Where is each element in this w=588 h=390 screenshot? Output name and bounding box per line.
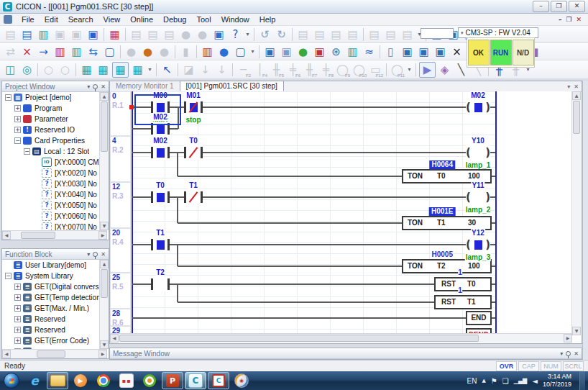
volume-icon[interactable]: ◄ — [532, 377, 538, 385]
contact-t1[interactable] — [151, 237, 170, 252]
more-online[interactable]: ▾ — [249, 45, 256, 59]
child-close-button[interactable]: ✕ — [576, 16, 582, 23]
monitor-setup-button[interactable]: ▢ — [233, 45, 248, 59]
editor-h-scrollbar[interactable]: ◀ ▶ — [110, 333, 572, 343]
tab-memory-monitor-1[interactable]: Memory Monitor 1 — [110, 81, 180, 91]
project-item[interactable]: ?[XY:0050] No Ca — [2, 200, 109, 211]
help-button[interactable]: ? — [228, 27, 243, 42]
project-item[interactable]: −▦Project [demo] — [2, 92, 109, 103]
page-delete-button[interactable]: ▣ — [416, 45, 431, 59]
coil-y11[interactable]: () — [466, 190, 490, 204]
report-button[interactable]: ▥ — [345, 45, 360, 59]
chevron-down-icon[interactable]: ▾ — [560, 350, 563, 357]
tab--001-pgm001-src-30-step-[interactable]: [001] Pgm001.SRC [30 step] — [180, 81, 284, 91]
pin-icon[interactable] — [93, 84, 98, 89]
page-insert-button[interactable]: ▣ — [400, 45, 415, 59]
print-button[interactable]: ▣ — [211, 27, 226, 42]
menu-tool[interactable]: Tool — [191, 15, 216, 24]
network-icon[interactable]: ▁▄▇ — [514, 378, 527, 384]
rst-instruction-box[interactable]: RSTT0 — [434, 277, 492, 291]
clock[interactable]: 3:14 AM 10/7/2019 — [543, 373, 574, 389]
edit-program-button[interactable]: ▥ — [36, 27, 51, 42]
taskbar-chrome-browser[interactable] — [93, 372, 114, 389]
function-item[interactable]: +≡GET(Digital conversion va — [2, 281, 109, 292]
function-item[interactable]: +≡GET(Max. / Min.) — [2, 303, 109, 314]
function-item[interactable]: +≡Reserved — [2, 325, 109, 335]
expand-toggle[interactable]: + — [14, 316, 21, 322]
plc-information-button[interactable]: ▥ — [200, 45, 215, 59]
close-icon[interactable]: ✕ — [101, 251, 106, 258]
chevron-down-icon[interactable]: ▾ — [87, 83, 90, 90]
contact-m02[interactable] — [151, 145, 170, 160]
tile-windows-button[interactable]: ▦ — [107, 27, 122, 42]
more-cards[interactable]: ▾ — [147, 63, 153, 77]
menu-edit[interactable]: Edit — [40, 15, 63, 24]
card-write-button[interactable]: ▣ — [262, 45, 277, 59]
coil-y10[interactable]: () — [466, 145, 490, 160]
plc-run-button[interactable]: RUN — [490, 40, 512, 65]
card-read-button[interactable]: ▣ — [279, 45, 294, 59]
minimize-button[interactable]: – — [533, 1, 549, 12]
project-item[interactable]: ?[XY:0060] No Ca — [2, 211, 109, 222]
expand-toggle[interactable]: + — [14, 284, 21, 290]
quick-combo[interactable] — [421, 28, 454, 39]
scroll-down-arrow[interactable]: ▼ — [100, 340, 109, 349]
trend-button[interactable]: ≈ — [362, 45, 377, 59]
function-v-scrollbar[interactable]: ▲▼ — [99, 260, 109, 349]
undo-button[interactable]: ↺ — [257, 27, 272, 42]
plc-ok-button[interactable]: OK — [468, 40, 490, 65]
chevron-down-icon[interactable]: ▾ — [87, 251, 90, 258]
taskbar-cimon-tool[interactable] — [139, 372, 160, 389]
project-item[interactable]: −Card Properties — [2, 135, 109, 146]
taskbar-media-player[interactable]: ▶ — [70, 372, 91, 389]
end-instruction-box[interactable]: END — [466, 311, 492, 325]
card-verify-button[interactable]: ● — [295, 45, 311, 59]
taskbar-cicon-setup[interactable]: C — [208, 372, 229, 389]
close-icon[interactable]: ✕ — [574, 83, 579, 90]
function-item[interactable]: +≡GET(Temp detection val — [2, 292, 109, 303]
menu-file[interactable]: File — [17, 15, 40, 24]
restore-button[interactable]: ❐ — [551, 1, 567, 12]
more-ladder[interactable]: ▾ — [406, 63, 413, 77]
monitor-mode-button[interactable]: ▢ — [102, 45, 117, 59]
close-button[interactable]: ✕ — [569, 1, 585, 12]
usb-icon[interactable]: ❏ — [502, 377, 509, 385]
expand-toggle[interactable]: + — [14, 305, 21, 312]
function-item[interactable]: −≣System Library — [2, 271, 109, 281]
swap-button[interactable]: ⇆ — [86, 45, 101, 59]
taskbar-cicon-app[interactable]: C — [185, 372, 206, 389]
taskbar-ie-browser[interactable]: e — [24, 372, 45, 389]
flag-icon[interactable]: ⚑ — [491, 377, 497, 385]
editor-v-scrollbar[interactable]: ▲ ▼ — [571, 91, 581, 335]
memory-view-button[interactable]: ◎ — [19, 63, 35, 77]
taskbar-file-explorer[interactable] — [47, 372, 68, 389]
expand-toggle[interactable]: + — [14, 105, 21, 112]
menu-search[interactable]: Search — [63, 15, 98, 24]
contact-t0[interactable] — [151, 190, 170, 204]
start-button[interactable] — [4, 373, 19, 389]
taskbar-tile-game[interactable]: ▪▪ — [116, 372, 137, 389]
scroll-down-arrow[interactable]: ▼ — [100, 222, 109, 230]
scroll-thumb[interactable] — [101, 101, 108, 152]
card-erase-button[interactable]: ▣ — [312, 45, 327, 59]
show-desktop-button[interactable] — [579, 371, 585, 390]
expand-toggle[interactable]: − — [5, 273, 12, 279]
expand-toggle[interactable]: − — [24, 148, 30, 155]
project-item[interactable]: ?[XY:0070] No Ca — [2, 222, 109, 230]
contact-m01-nc[interactable] — [184, 100, 203, 114]
settings-gear-button[interactable]: ⊛ — [329, 45, 344, 59]
expand-toggle[interactable]: + — [14, 337, 21, 344]
project-item[interactable]: ?[XY:0030] No Ca — [2, 178, 109, 189]
pin-icon[interactable] — [93, 252, 98, 257]
function-item[interactable]: +≡GET(Error Code) — [2, 335, 109, 346]
project-item[interactable]: IO[XY:0000] CM3-C — [2, 157, 109, 168]
function-item[interactable]: +≡Reserved — [2, 314, 109, 325]
menu-help[interactable]: Help — [254, 15, 281, 24]
project-h-scrollbar[interactable]: ◀ ▶ — [2, 230, 107, 240]
ton-instruction-box[interactable]: TONT2100 — [402, 259, 492, 273]
child-minimize-button[interactable]: – — [559, 16, 562, 23]
function-item[interactable]: ≣User Library[demo] — [2, 260, 109, 271]
child-restore-button[interactable]: ❐ — [566, 16, 571, 23]
more-file[interactable]: ▾ — [244, 27, 251, 42]
page-copy-button[interactable]: ▣ — [433, 45, 448, 59]
